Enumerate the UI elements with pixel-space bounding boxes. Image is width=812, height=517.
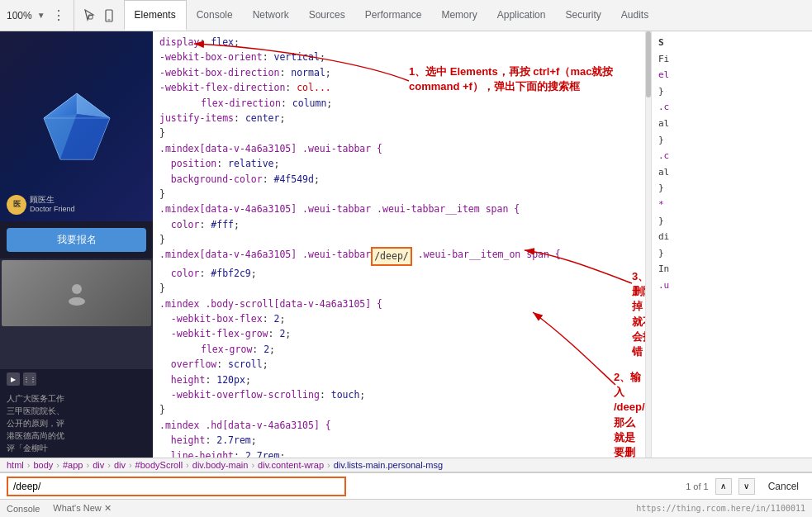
right-line: el (652, 67, 812, 83)
breadcrumb-sep: › (251, 460, 254, 470)
right-line: Fi (652, 51, 812, 68)
breadcrumb-listsmain[interactable]: div.lists-main.personal-msg (334, 460, 443, 470)
breadcrumb-html[interactable]: html (7, 460, 24, 470)
css-editor: display: flex; -webkit-box-orient: verti… (153, 31, 646, 458)
breadcrumb-sep: › (107, 460, 111, 470)
css-line: } (153, 126, 645, 140)
tab-elements[interactable]: Elements (124, 0, 187, 31)
right-panel-content[interactable]: S Fi el } .c al } .c al } * } di } In .u (652, 31, 812, 458)
breadcrumb-body[interactable]: body (33, 460, 53, 470)
search-next-button[interactable]: ∨ (738, 478, 755, 495)
brand-logo: 医 顾医生 Doctor Friend (7, 194, 75, 215)
css-line: .mindex .hd[data-v-4a6a3105] { (153, 418, 645, 433)
play-icon[interactable]: ▶ (7, 372, 20, 386)
css-line-deep: .mindex[data-v-4a6a3105] .weui-tabbar/de… (153, 247, 645, 265)
breadcrumb-app[interactable]: #app (63, 460, 83, 470)
breadcrumb-sep: › (86, 460, 89, 470)
right-line: .c (652, 99, 812, 116)
css-line: -webkit-flex-direction: col... (153, 80, 645, 95)
zoom-dropdown-icon[interactable]: ▼ (37, 11, 45, 20)
css-line: color: #fbf2c9; (153, 266, 645, 281)
css-line: flex-direction: column; (153, 96, 645, 111)
breadcrumb-sep: › (27, 460, 31, 470)
inspect-element-icon[interactable] (81, 7, 97, 24)
tab-audits[interactable]: Audits (611, 0, 658, 31)
svg-marker-4 (77, 93, 110, 118)
right-line: } (652, 180, 812, 197)
css-line: -webkit-box-flex: 2; (153, 311, 645, 326)
css-line: color: #fff; (153, 217, 645, 232)
right-panel: S Fi el } .c al } .c al } * } di } In .u (651, 31, 812, 458)
right-line: } (652, 213, 812, 230)
css-line: } (153, 281, 645, 296)
css-line: height: 2.7rem; (153, 433, 645, 448)
breadcrumb-bar: html › body › #app › div › div › #bodySc… (0, 458, 812, 472)
breadcrumb-sep: › (56, 460, 59, 470)
whatsnew-tab-bottom[interactable]: What's New ✕ (53, 503, 111, 514)
tab-security[interactable]: Security (555, 0, 610, 31)
breadcrumb-bodymain[interactable]: div.body-main (192, 460, 249, 470)
preview-top: 医 顾医生 Doctor Friend (0, 31, 153, 221)
devtools-toolbar: 100% ▼ ⋮ Elements Console Network So (0, 0, 812, 31)
css-line: justify-items: center; (153, 111, 645, 126)
css-line: -webkit-box-direction: normal; (153, 65, 645, 80)
search-input[interactable] (7, 477, 346, 496)
toolbar-tabs: Elements Console Network Sources Perform… (124, 0, 812, 31)
tab-console[interactable]: Console (187, 0, 243, 31)
css-line: display: flex; (153, 35, 645, 50)
css-line: } (153, 232, 645, 247)
main-area: 医 顾医生 Doctor Friend 我要报名 (0, 31, 812, 458)
right-line: al (652, 164, 812, 181)
right-line: .u (652, 277, 812, 294)
css-line: overflow: scroll; (153, 357, 645, 372)
preview-images (0, 258, 153, 369)
breadcrumb-contentwrap[interactable]: div.content-wrap (258, 460, 324, 470)
search-cancel-button[interactable]: Cancel (762, 479, 805, 494)
breadcrumb-div1[interactable]: div (93, 460, 104, 470)
tab-sources[interactable]: Sources (299, 0, 355, 31)
register-button[interactable]: 我要报名 (7, 228, 146, 252)
breadcrumb-sep: › (186, 460, 189, 470)
breadcrumb-bodyscroll[interactable]: #bodyScroll (135, 460, 183, 470)
css-line: flex-grow: 2; (153, 342, 645, 357)
search-bar: 1 of 1 ∧ ∨ Cancel (0, 472, 812, 499)
svg-rect-2 (107, 19, 110, 20)
css-line: .mindex[data-v-4a6a3105] .weui-tabbar { (153, 141, 645, 156)
css-content[interactable]: display: flex; -webkit-box-orient: verti… (153, 31, 645, 458)
brand-text: 顾医生 Doctor Friend (30, 194, 75, 215)
pause-icon[interactable]: ⋮⋮ (23, 372, 36, 386)
css-line: } (153, 402, 645, 417)
toolbar-left: 100% ▼ ⋮ (0, 0, 74, 31)
tab-memory[interactable]: Memory (431, 0, 487, 31)
css-line: height: 120px; (153, 372, 645, 387)
css-line: line-height: 2.7rem; (153, 448, 645, 458)
right-line: } (652, 245, 812, 262)
toolbar-icons (74, 7, 124, 24)
right-line: al (652, 116, 812, 132)
console-tab-bottom[interactable]: Console (7, 504, 40, 514)
breadcrumb-sep: › (327, 460, 330, 470)
status-bar: Console What's New ✕ https://thing.rcom.… (0, 499, 812, 517)
zoom-label: 100% (7, 10, 32, 21)
css-line: } (153, 187, 645, 202)
right-line: * (652, 197, 812, 213)
tab-performance[interactable]: Performance (355, 0, 432, 31)
mobile-device-icon[interactable] (101, 7, 117, 24)
tab-application[interactable]: Application (487, 0, 556, 31)
css-line: background-color: #4f549d; (153, 172, 645, 187)
diamond-icon (36, 89, 118, 164)
right-line: } (652, 132, 812, 149)
right-line: .c (652, 148, 812, 164)
right-line: S (652, 35, 812, 51)
search-prev-button[interactable]: ∧ (715, 478, 732, 495)
css-line: .mindex .body-scroll[data-v-4a6a3105] { (153, 296, 645, 311)
status-url: https://thing.rcom.here/in/1100011 (636, 504, 805, 513)
preview-text-area: 人广大医务工作 三甲医院院长、 公开的原则，评 港医德高尚的优 评「金柳叶 (0, 389, 153, 458)
css-line: -webkit-flex-grow: 2; (153, 326, 645, 341)
more-options-icon[interactable]: ⋮ (50, 7, 67, 24)
preview-img-1 (2, 260, 151, 326)
search-count: 1 of 1 (686, 481, 709, 491)
tab-network[interactable]: Network (243, 0, 299, 31)
breadcrumb-div2[interactable]: div (114, 460, 126, 470)
svg-point-10 (69, 297, 85, 306)
